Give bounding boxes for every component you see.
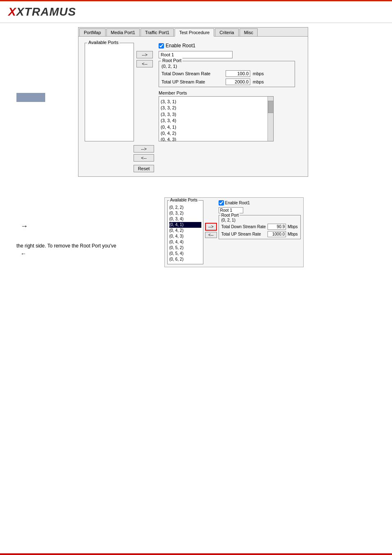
- list-item[interactable]: (0, 4, 1): [161, 124, 266, 130]
- up-stream-label: Total UP Stream Rate: [161, 79, 223, 84]
- small-list-item[interactable]: (0, 5, 4): [169, 251, 201, 257]
- small-up-stream-label: Total UP Stream Rate: [221, 232, 266, 236]
- small-root-port-group: Root Port (0, 2, 1) Total Down Stream Ra…: [219, 215, 301, 239]
- scrollbar-track[interactable]: [267, 97, 273, 141]
- down-stream-input[interactable]: [226, 70, 250, 77]
- small-arrow-right-btn[interactable]: -->: [205, 223, 217, 231]
- description-text-content: the right side. To remove the Root Port …: [16, 243, 116, 249]
- small-list-item[interactable]: (0, 6, 2): [169, 257, 201, 262]
- enable-root1-checkbox[interactable]: [159, 43, 164, 49]
- tab-criteria[interactable]: Criteria: [215, 28, 238, 36]
- arrow-left-row: ←: [21, 250, 164, 257]
- small-diagram: Available Ports (0, 2, 2) (0, 3, 2) (0, …: [164, 197, 304, 267]
- small-enable-row: Enable Root1: [219, 200, 301, 206]
- small-root-port-label: Root Port: [221, 213, 240, 217]
- root-port-label: Root Port: [161, 58, 182, 63]
- down-stream-unit: mbps: [253, 71, 264, 76]
- root-name-input[interactable]: [159, 51, 233, 58]
- down-stream-row: Total Down Stream Rate mbps: [161, 70, 292, 77]
- small-right-panel: Enable Root1 Root Port (0, 2, 1) Total D…: [219, 200, 301, 239]
- small-root-name-row: [219, 207, 301, 213]
- small-down-stream-input[interactable]: [267, 224, 286, 230]
- up-stream-row: Total UP Stream Rate mbps: [161, 79, 292, 85]
- small-ports-list: (0, 2, 2) (0, 3, 2) (0, 3, 4) (0, 4, 1) …: [169, 205, 201, 262]
- up-stream-unit: mbps: [253, 79, 264, 84]
- enable-row: Enable Root1: [159, 43, 295, 49]
- small-up-stream-input[interactable]: [267, 231, 286, 237]
- logo: XXTRAMUS: [8, 5, 76, 18]
- arrow-right-btn-bottom[interactable]: -->: [134, 145, 154, 153]
- arrow-left-symbol: ←: [21, 250, 26, 257]
- small-list-item[interactable]: (0, 2, 2): [169, 205, 201, 210]
- root-port-value: (0, 2, 1): [161, 64, 292, 69]
- arrow-right-btn-top[interactable]: -->: [136, 51, 153, 58]
- description-area: → the right side. To remove the Root Por…: [8, 197, 164, 257]
- list-item[interactable]: (0, 4, 2): [161, 130, 266, 136]
- small-arrow-buttons: --> <--: [205, 223, 217, 238]
- reset-btn[interactable]: Reset: [134, 165, 154, 172]
- up-stream-input[interactable]: [226, 79, 250, 85]
- sidebar-bar: [16, 93, 45, 102]
- bottom-section: → the right side. To remove the Root Por…: [8, 197, 384, 267]
- small-down-stream-row: Total Down Stream Rate Mbps: [221, 224, 298, 230]
- scrollbar-thumb[interactable]: [268, 101, 274, 113]
- arrow-left-btn-bottom[interactable]: <--: [134, 154, 154, 162]
- arrow-left-btn-top[interactable]: <--: [136, 60, 153, 67]
- enable-root1-label: Enable Root1: [166, 43, 196, 49]
- tab-portmap[interactable]: PortMap: [79, 28, 106, 36]
- arrow-buttons-bottom: --> <-- Reset: [134, 145, 154, 172]
- tab-content: Available Ports --> <-- Enable Root1: [78, 37, 308, 176]
- small-root-port-value: (0, 2, 1): [221, 218, 298, 222]
- small-list-item[interactable]: (0, 4, 2): [169, 228, 201, 234]
- tab-panel: PortMap Media Port1 Traffic Port1 Test P…: [78, 27, 308, 177]
- small-root-name-input[interactable]: [219, 207, 243, 213]
- small-list-item[interactable]: (0, 5, 2): [169, 245, 201, 251]
- tab-trafficport1[interactable]: Traffic Port1: [141, 28, 174, 36]
- member-ports-label: Member Ports: [159, 90, 295, 95]
- tab-mediaport1[interactable]: Media Port1: [106, 28, 140, 36]
- tab-testprocedure[interactable]: Test Procedure: [175, 28, 214, 37]
- header: XXTRAMUS: [0, 1, 392, 23]
- member-ports-list: (3, 3, 1) (3, 3, 2) (3, 3, 3) (3, 3, 4) …: [159, 97, 273, 141]
- right-panel: Enable Root1 Root Port (0, 2, 1) Total D…: [155, 43, 295, 141]
- arrow-right-row: →: [21, 222, 164, 231]
- list-item[interactable]: (0, 4, 3): [161, 136, 266, 141]
- tab-bar: PortMap Media Port1 Traffic Port1 Test P…: [78, 28, 308, 37]
- small-list-item[interactable]: (0, 4, 3): [169, 234, 201, 239]
- list-item[interactable]: (3, 3, 4): [161, 118, 266, 124]
- available-ports-label: Available Ports: [87, 40, 120, 45]
- description-text: the right side. To remove the Root Port …: [16, 243, 164, 249]
- arrow-right-symbol: →: [21, 222, 28, 231]
- list-item[interactable]: (3, 3, 2): [161, 105, 266, 111]
- small-down-stream-label: Total Down Stream Rate: [221, 224, 266, 229]
- ports-layout: Available Ports --> <-- Enable Root1: [83, 41, 304, 143]
- root-port-group: Root Port (0, 2, 1) Total Down Stream Ra…: [159, 61, 295, 87]
- small-enable-checkbox[interactable]: [219, 200, 224, 206]
- down-stream-label: Total Down Stream Rate: [161, 71, 223, 76]
- logo-x: X: [8, 5, 16, 18]
- list-item[interactable]: (3, 3, 1): [161, 99, 266, 105]
- small-up-stream-unit: Mbps: [288, 232, 297, 236]
- small-list-item[interactable]: (0, 4, 4): [169, 239, 201, 245]
- list-item[interactable]: (3, 3, 3): [161, 111, 266, 118]
- small-down-stream-unit: Mbps: [288, 224, 297, 229]
- small-list-item[interactable]: (0, 4, 1): [169, 222, 201, 228]
- small-list-item[interactable]: (0, 3, 2): [169, 210, 201, 216]
- small-up-stream-row: Total UP Stream Rate Mbps: [221, 231, 298, 237]
- member-ports-container: Member Ports (3, 3, 1) (3, 3, 2) (3, 3, …: [159, 90, 295, 141]
- available-ports-group: Available Ports: [85, 43, 134, 141]
- main-area: PortMap Media Port1 Traffic Port1 Test P…: [0, 23, 392, 292]
- tab-misc[interactable]: Misc: [240, 28, 258, 36]
- small-available-ports: Available Ports (0, 2, 2) (0, 3, 2) (0, …: [167, 200, 203, 264]
- small-enable-label: Enable Root1: [225, 201, 250, 205]
- member-ports-group: (3, 3, 1) (3, 3, 2) (3, 3, 3) (3, 3, 4) …: [159, 96, 274, 141]
- arrow-buttons-top: --> <--: [136, 51, 153, 67]
- small-arrow-left-btn[interactable]: <--: [205, 232, 217, 238]
- bottom-divider: [0, 553, 392, 555]
- root-name-row: [159, 51, 295, 58]
- small-list-item[interactable]: (0, 3, 4): [169, 216, 201, 222]
- small-available-ports-label: Available Ports: [169, 198, 198, 202]
